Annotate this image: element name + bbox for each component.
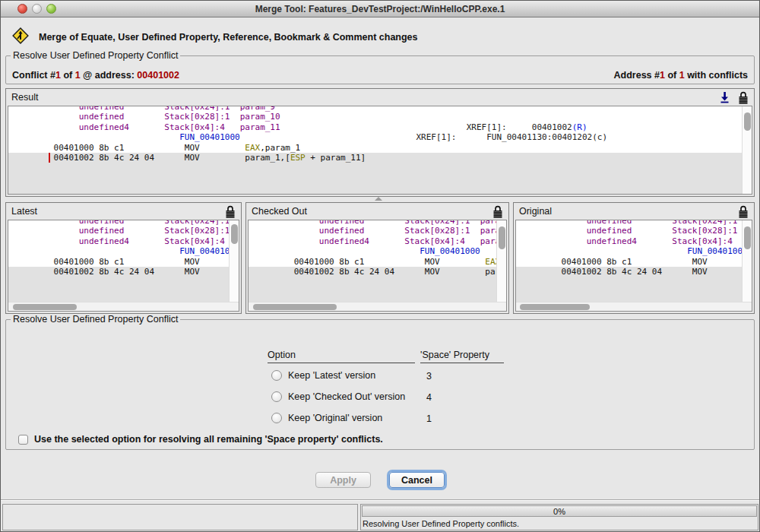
checked-out-panel: Checked Out undefined Stack[0x24]:1 para… (245, 202, 509, 314)
listing-line[interactable]: FUN_00401000 XREF[1]: FUN_00401130:00401… (249, 246, 506, 256)
resolve-options-group: Resolve User Defined Property Conflict O… (5, 319, 755, 450)
apply-to-all-checkbox[interactable] (18, 435, 28, 445)
result-panel-title: Result (11, 92, 38, 103)
latest-panel-title: Latest (11, 206, 37, 217)
option-column-header: Option (268, 350, 415, 363)
listing-line[interactable]: 00401002 8b 4c 24 04 MOV param_1,[ESP + … (516, 267, 752, 277)
window-title: Merge Tool: Features_DevTestProject:/Win… (255, 4, 505, 14)
listing-line[interactable]: undefined4 Stack[0x4]:4 param_11 XREF[1]… (249, 236, 506, 246)
listing-line[interactable]: undefined Stack[0x24]:1 param_9 (249, 220, 506, 226)
apply-button[interactable]: Apply (315, 472, 371, 488)
listing-line[interactable]: undefined4 Stack[0x4]:4 param_11 XREF[1]… (8, 122, 752, 132)
keep-original-radio[interactable]: Keep 'Original' version (271, 413, 382, 423)
group-title: Resolve User Defined Property Conflict (11, 50, 180, 61)
radio-circle[interactable] (271, 413, 282, 423)
keep-checked-out-radio[interactable]: Keep 'Checked Out' version (271, 391, 405, 402)
checked-out-horizontal-scrollbar[interactable] (249, 302, 506, 311)
status-message: Resolving User Defined Property conflict… (363, 519, 519, 528)
radio-label: Keep 'Checked Out' version (288, 391, 405, 402)
result-vertical-scrollbar[interactable] (742, 106, 752, 194)
listing-line[interactable]: 00401002 8b 4c 24 04 MOV param_1,[ESP + … (8, 153, 752, 163)
listing-empty-area (516, 277, 752, 302)
space-property-column-header: 'Space' Property (420, 350, 504, 363)
group-title: Resolve User Defined Property Conflict (11, 314, 180, 325)
latest-panel: Latest undefined Stack[0x24]:1 param_9 u… (5, 202, 242, 314)
listing-line[interactable]: undefined Stack[0x28]:1 param_10 (249, 226, 506, 236)
result-panel: Result (5, 88, 755, 197)
listing-line[interactable]: 00401000 8b c1 MOV EAX,param_1 (8, 143, 752, 153)
listing-line[interactable]: undefined Stack[0x24]:1 param_9 (516, 220, 752, 226)
radio-label: Keep 'Latest' version (288, 370, 375, 381)
latest-horizontal-scrollbar[interactable] (8, 302, 239, 311)
listing-line[interactable]: undefined Stack[0x28]:1 param_10 (8, 112, 752, 122)
apply-to-all-checkbox-row[interactable]: Use the selected option for resolving al… (18, 434, 383, 445)
listing-empty-area (8, 163, 752, 194)
listing-line[interactable]: 00401002 8b 4c 24 04 MOV param_1,[ESP + … (249, 267, 506, 277)
radio-circle[interactable] (271, 370, 282, 381)
listing-line[interactable]: 00401002 8b 4c 24 04 MOV param_1,[ESP + … (8, 267, 239, 277)
zoom-button[interactable] (46, 4, 56, 14)
original-panel-title: Original (519, 206, 552, 217)
merge-phase-message: Merge of Equate, User Defined Property, … (39, 32, 418, 43)
listing-line[interactable]: FUN_00401000 XREF[1]: FUN_00401130:00401… (516, 246, 752, 256)
listing-line[interactable]: undefined Stack[0x24]:1 param_9 (8, 106, 752, 112)
listing-line[interactable]: undefined4 Stack[0x4]:4 param_11 XREF[1]… (516, 236, 752, 246)
merge-sign-icon (11, 27, 30, 48)
listing-line[interactable]: 00401000 8b c1 MOV EAX,param_1 (8, 257, 239, 267)
checkbox-label: Use the selected option for resolving al… (34, 434, 383, 445)
listing-line[interactable]: undefined Stack[0x24]:1 param_9 (8, 220, 239, 226)
listing-line[interactable]: undefined4 Stack[0x4]:4 param_11 XREF[1]… (8, 236, 239, 246)
checked-out-panel-title: Checked Out (252, 206, 307, 217)
conflict-address: 00401002 (137, 70, 179, 81)
status-right-panel: 0% Resolving User Defined Property confl… (360, 504, 758, 530)
progress-percent: 0% (553, 507, 565, 516)
lock-icon[interactable] (738, 205, 749, 218)
scroll-to-bottom-icon[interactable] (719, 91, 730, 103)
radio-label: Keep 'Original' version (288, 413, 382, 423)
listing-line[interactable]: 00401000 8b c1 MOV EAX,param_1 (249, 257, 506, 267)
lock-icon[interactable] (738, 91, 749, 104)
progress-bar: 0% (362, 505, 757, 517)
latest-vertical-scrollbar[interactable] (229, 220, 239, 302)
address-counter: Address #1 of 1 with conflicts (614, 70, 748, 81)
listing-empty-area (8, 277, 239, 302)
original-space-value: 1 (426, 413, 432, 424)
lock-icon[interactable] (492, 205, 503, 218)
lock-icon[interactable] (225, 205, 236, 218)
window-titlebar[interactable]: Merge Tool: Features_DevTestProject:/Win… (1, 1, 759, 17)
cancel-button[interactable]: Cancel (389, 472, 445, 488)
listing-cursor (49, 153, 50, 163)
listing-line[interactable]: undefined Stack[0x28]:1 param_10 (516, 226, 752, 236)
original-panel: Original undefined Stack[0x24]:1 param_9… (513, 202, 755, 314)
listing-empty-area (249, 277, 506, 302)
original-horizontal-scrollbar[interactable] (516, 302, 752, 311)
conflict-counter: Conflict #1 of 1 @ address: 00401002 (12, 70, 179, 81)
listing-line[interactable]: FUN_00401000 XREF[1]: FUN_00401130:00401… (8, 132, 752, 142)
checked-out-space-value: 4 (426, 392, 432, 403)
splitter-collapse-handle[interactable] (375, 197, 382, 201)
checked-out-vertical-scrollbar[interactable] (496, 220, 506, 302)
latest-space-value: 3 (426, 371, 432, 382)
original-vertical-scrollbar[interactable] (742, 220, 752, 302)
listing-line[interactable]: undefined Stack[0x28]:1 param_10 (8, 226, 239, 236)
listing-line[interactable]: 00401000 8b c1 MOV EAX,param_1 (516, 257, 752, 267)
minimize-button[interactable] (32, 4, 42, 14)
status-left-panel (2, 504, 358, 530)
radio-circle[interactable] (271, 391, 282, 402)
close-button[interactable] (17, 4, 27, 14)
keep-latest-radio[interactable]: Keep 'Latest' version (271, 370, 375, 381)
listing-line[interactable]: FUN_00401000 XREF[1]: FUN_00401130:00401… (8, 246, 239, 256)
status-divider (1, 499, 759, 501)
conflict-info-group: Resolve User Defined Property Conflict C… (5, 55, 755, 84)
